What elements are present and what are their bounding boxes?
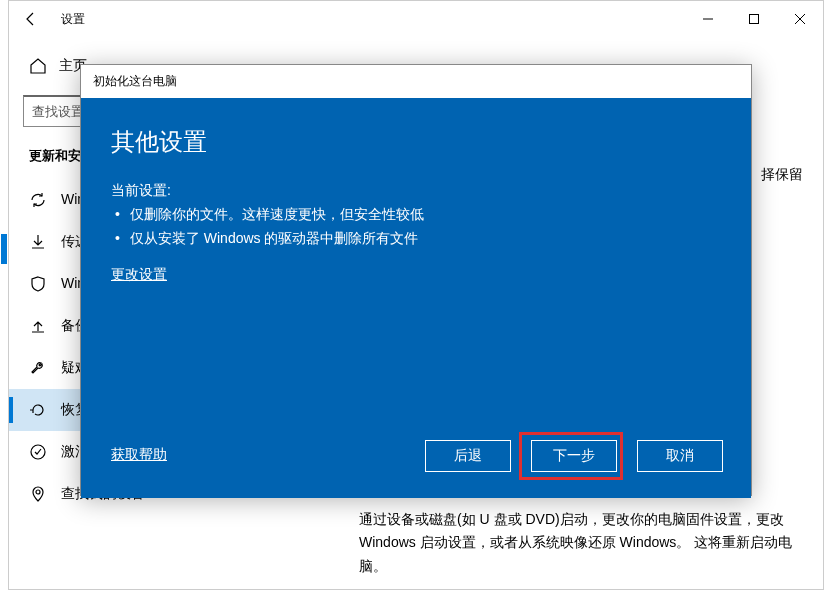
maximize-button[interactable] (731, 1, 777, 37)
content-bottom-paragraph: 通过设备或磁盘(如 U 盘或 DVD)启动，更改你的电脑固件设置，更改 Wind… (359, 508, 799, 579)
dialog-body: 其他设置 当前设置: 仅删除你的文件。这样速度更快，但安全性较低 仅从安装了 W… (81, 98, 751, 498)
back-button[interactable]: 后退 (425, 440, 511, 472)
reset-pc-dialog: 初始化这台电脑 其他设置 当前设置: 仅删除你的文件。这样速度更快，但安全性较低… (80, 64, 752, 496)
recovery-icon (29, 401, 47, 419)
back-button[interactable] (9, 1, 53, 37)
minimize-button[interactable] (685, 1, 731, 37)
home-icon (29, 57, 47, 75)
dialog-bullet: 仅从安装了 Windows 的驱动器中删除所有文件 (111, 230, 721, 248)
arrow-left-icon (23, 11, 39, 27)
close-button[interactable] (777, 1, 823, 37)
check-circle-icon (29, 443, 47, 461)
dialog-heading: 其他设置 (111, 126, 721, 158)
close-icon (795, 14, 805, 24)
selection-marker (1, 234, 7, 264)
dialog-title: 初始化这台电脑 (81, 65, 751, 98)
svg-point-5 (36, 490, 40, 494)
get-help-link[interactable]: 获取帮助 (111, 446, 167, 464)
dialog-current-label: 当前设置: (111, 182, 721, 200)
window-controls (685, 1, 823, 37)
dialog-bullet: 仅删除你的文件。这样速度更快，但安全性较低 (111, 206, 721, 224)
change-settings-link[interactable]: 更改设置 (111, 266, 167, 284)
minimize-icon (703, 14, 713, 24)
window-title: 设置 (61, 11, 85, 28)
location-icon (29, 485, 47, 503)
svg-rect-1 (750, 15, 759, 24)
bullet-text: 仅删除你的文件。这样速度更快，但安全性较低 (130, 206, 424, 224)
cancel-button[interactable]: 取消 (637, 440, 723, 472)
wrench-icon (29, 359, 47, 377)
shield-icon (29, 275, 47, 293)
dialog-buttons: 后退 下一步 取消 (425, 440, 723, 472)
sync-icon (29, 191, 47, 209)
upload-icon (29, 317, 47, 335)
bullet-text: 仅从安装了 Windows 的驱动器中删除所有文件 (130, 230, 419, 248)
content-text-snippet: 择保留 (761, 166, 803, 184)
download-icon (29, 233, 47, 251)
search-placeholder: 查找设置 (32, 103, 84, 121)
maximize-icon (749, 14, 759, 24)
next-button[interactable]: 下一步 (531, 440, 617, 472)
titlebar: 设置 (9, 1, 823, 37)
